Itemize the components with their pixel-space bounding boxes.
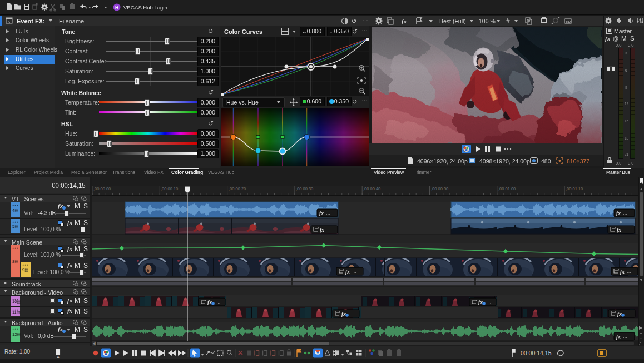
svg-text:H: H bbox=[115, 5, 118, 11]
svg-text:fx: fx bbox=[320, 227, 324, 233]
svg-text:,00:00:00: ,00:00:00 bbox=[93, 186, 111, 191]
svg-text:P: P bbox=[528, 19, 531, 23]
svg-text:…: … bbox=[627, 269, 631, 274]
svg-text:fx: fx bbox=[207, 300, 212, 305]
svg-text:…: … bbox=[326, 211, 330, 216]
svg-text:…: … bbox=[623, 211, 627, 216]
svg-text:,00:00:50: ,00:00:50 bbox=[431, 186, 448, 191]
svg-text:…: … bbox=[488, 300, 493, 305]
svg-text:fx: fx bbox=[620, 269, 625, 275]
svg-text:,00:01:10: ,00:01:10 bbox=[566, 186, 583, 191]
svg-text:…: … bbox=[352, 269, 356, 274]
svg-text:…: … bbox=[623, 227, 628, 232]
svg-text:,00:00:20: ,00:00:20 bbox=[229, 186, 246, 191]
svg-text:HD: HD bbox=[566, 20, 571, 23]
svg-text:fx: fx bbox=[8, 21, 11, 24]
svg-text:…: … bbox=[627, 311, 632, 316]
svg-text:…: … bbox=[623, 334, 627, 339]
svg-text:fx: fx bbox=[617, 227, 621, 233]
svg-text:…: … bbox=[351, 311, 356, 316]
svg-text:,00:00:30: ,00:00:30 bbox=[296, 186, 313, 191]
svg-text:fx: fx bbox=[319, 211, 324, 216]
svg-text:fx: fx bbox=[617, 311, 622, 317]
svg-text:,00:00:10: ,00:00:10 bbox=[161, 186, 178, 191]
svg-text:fx: fx bbox=[616, 211, 621, 216]
svg-text:,00:00:40: ,00:00:40 bbox=[363, 186, 380, 191]
svg-text:,00:01:00: ,00:01:00 bbox=[498, 186, 516, 191]
svg-text:fx: fx bbox=[341, 311, 346, 317]
svg-text:fx: fx bbox=[345, 269, 350, 275]
svg-text:…: … bbox=[326, 227, 331, 232]
svg-text:fx: fx bbox=[478, 300, 483, 305]
svg-text:fx: fx bbox=[402, 18, 407, 24]
svg-text:fx: fx bbox=[616, 334, 621, 340]
svg-text:…: … bbox=[217, 300, 222, 305]
